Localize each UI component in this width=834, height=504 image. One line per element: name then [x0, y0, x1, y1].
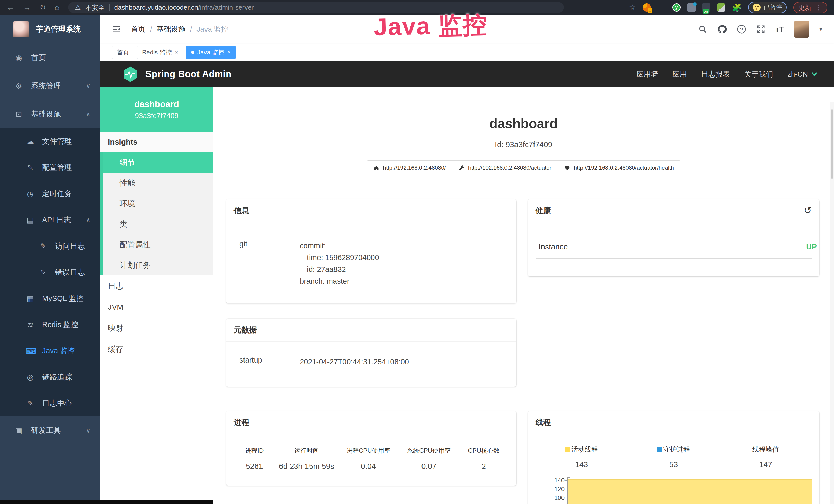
close-icon[interactable]: × [175, 49, 178, 56]
sidebar-item-devtools[interactable]: ▣ 研发工具 ∨ [0, 416, 100, 445]
home-icon[interactable]: ⌂ [55, 4, 59, 11]
sba-menu-config-props[interactable]: 配置属性 [103, 234, 213, 255]
breadcrumb-separator: / [190, 25, 192, 33]
sba-menu-details[interactable]: 细节 [103, 152, 213, 173]
metadata-card-header: 元数据 [226, 319, 516, 342]
user-menu-caret-icon[interactable]: ▾ [819, 26, 822, 32]
extension-icon-orange[interactable]: 1 [643, 3, 651, 12]
page-url[interactable]: dashboard.yudao.iocoder.cn/infra/admin-s… [114, 4, 254, 12]
github-icon[interactable] [717, 25, 727, 34]
info-card-body: git commit: time: 1596289704000 id: 27aa… [226, 222, 516, 296]
sidebar-item-tracing[interactable]: ◎ 链路追踪 [0, 364, 100, 390]
sidebar-item-access-log[interactable]: ✎ 访问日志 [0, 233, 100, 259]
log-edit-icon: ✎ [39, 268, 48, 277]
card-title: 进程 [234, 417, 249, 428]
sba-menu-caches[interactable]: 缓存 [100, 339, 213, 360]
security-warning-icon[interactable]: ⚠ [75, 4, 81, 12]
scrollbar-thumb[interactable] [831, 109, 833, 179]
health-url-chip[interactable]: http://192.168.0.2:48080/actuator/health [557, 160, 680, 175]
sidebar-item-label: 文件管理 [42, 136, 72, 146]
sidebar-item-log-center[interactable]: ✎ 日志中心 [0, 390, 100, 416]
blue-swatch-icon [657, 447, 662, 452]
process-uptime-column: 运行时间 6d 23h 15m 59s [275, 446, 338, 471]
sidebar-item-java[interactable]: ⌨ Java 监控 [0, 338, 100, 364]
sba-locale-select[interactable]: zh-CN [788, 70, 817, 78]
tab-label: 首页 [117, 48, 129, 56]
bottom-edge-strip [0, 500, 213, 504]
sidebar-collapse-icon[interactable] [112, 25, 121, 34]
extension-icon-plant[interactable] [717, 3, 725, 12]
sba-nav-journal[interactable]: 日志报表 [701, 69, 730, 79]
sidebar-item-infra[interactable]: ⊡ 基础设施 ∧ [0, 100, 100, 129]
search-icon[interactable] [698, 25, 707, 33]
close-icon[interactable]: × [227, 49, 231, 56]
update-browser-button[interactable]: 更新 ⋮ [793, 2, 827, 13]
user-avatar[interactable] [794, 21, 809, 38]
extension-icon-grid[interactable] [687, 3, 696, 12]
extension-icon-drop[interactable] [658, 3, 666, 12]
sidebar-item-home[interactable]: ◉ 首页 [0, 44, 100, 72]
instance-header[interactable]: dashboard 93a3fc7f7409 [100, 87, 213, 132]
forward-icon[interactable]: → [23, 4, 31, 11]
monitor-icon: ⊡ [14, 110, 23, 119]
sidebar-item-mysql[interactable]: ▦ MySQL 监控 [0, 285, 100, 312]
sba-brand-title[interactable]: Spring Boot Admin [146, 69, 232, 79]
back-icon[interactable]: ← [7, 4, 14, 11]
browser-menu-icon[interactable]: ⋮ [815, 4, 822, 12]
sba-menu-classes[interactable]: 类 [103, 214, 213, 234]
sba-nav-wallboard[interactable]: 应用墙 [636, 69, 658, 79]
navbar-actions: ? тT ▾ [698, 21, 822, 38]
breadcrumb-current: Java 监控 [197, 24, 228, 34]
scrollbar[interactable] [830, 102, 834, 504]
tab-redis-monitor[interactable]: Redis 监控 × [137, 46, 183, 59]
sba-menu-jvm[interactable]: JVM [100, 297, 213, 318]
sidebar-item-system[interactable]: ⚙ 系统管理 ∨ [0, 72, 100, 100]
sba-menu-logs[interactable]: 日志 [100, 275, 213, 297]
legend-value: 147 [720, 460, 812, 469]
fullscreen-icon[interactable] [756, 25, 765, 33]
sba-nav-applications[interactable]: 应用 [673, 69, 687, 79]
health-card-header: 健康 ↺ [528, 199, 819, 222]
infra-submenu: ☁ 文件管理 ✎ 配置管理 ◷ 定时任务 ▤ API 日志 ∧ [0, 129, 100, 416]
breadcrumb-home[interactable]: 首页 [131, 24, 146, 34]
bookmark-star-icon[interactable]: ☆ [629, 4, 636, 11]
tab-java-monitor[interactable]: Java 监控 × [186, 46, 236, 59]
address-bar[interactable]: ⚠ 不安全 dashboard.yudao.iocoder.cn/infra/a… [68, 2, 564, 13]
sba-menu-metrics[interactable]: 性能 [103, 173, 213, 193]
sidebar-item-api-log[interactable]: ▤ API 日志 ∧ [0, 207, 100, 233]
url-path: /infra/admin-server [198, 4, 254, 11]
sba-menu-mappings[interactable]: 映射 [100, 318, 213, 339]
service-url-chip[interactable]: http://192.168.0.2:48080/ [367, 160, 452, 175]
sba-menu-scheduled-tasks[interactable]: 计划任务 [103, 255, 213, 275]
sidebar-item-config[interactable]: ✎ 配置管理 [0, 155, 100, 181]
sba-content: dashboard Id: 93a3fc7f7409 http://192.16… [213, 87, 834, 504]
extensions-puzzle-icon[interactable]: 🧩 [732, 3, 742, 12]
sba-nav-about[interactable]: 关于我们 [744, 69, 773, 79]
sidebar-item-label: 定时任务 [42, 189, 72, 199]
spring-boot-admin: Spring Boot Admin 应用墙 应用 日志报表 关于我们 zh-CN [100, 61, 834, 504]
threads-card: 线程 活动线程 143 守护进程 [528, 411, 819, 504]
sba-logo-icon[interactable] [123, 66, 138, 83]
sidebar-item-jobs[interactable]: ◷ 定时任务 [0, 181, 100, 207]
tab-home[interactable]: 首页 [112, 46, 134, 59]
extension-icon-on[interactable] [702, 3, 710, 12]
sidebar-item-files[interactable]: ☁ 文件管理 [0, 129, 100, 155]
sidebar-item-error-log[interactable]: ✎ 错误日志 [0, 259, 100, 285]
actuator-url-chip[interactable]: http://192.168.0.2:48080/actuator [452, 160, 558, 175]
sba-menu-environment[interactable]: 环境 [103, 193, 213, 214]
extension-badge: 1 [648, 8, 652, 13]
help-icon[interactable]: ? [737, 25, 746, 34]
breadcrumb-section[interactable]: 基础设施 [157, 24, 185, 34]
paused-profile-chip[interactable]: 已暂停 [748, 2, 787, 13]
sba-sidebar: dashboard 93a3fc7f7409 Insights 细节 性能 环境… [100, 87, 213, 504]
instance-links: http://192.168.0.2:48080/ http://192.168… [213, 160, 834, 175]
history-icon[interactable]: ↺ [804, 205, 812, 216]
app-logo[interactable]: 芋道管理系统 [0, 15, 100, 44]
reload-icon[interactable]: ↻ [40, 4, 46, 11]
sidebar-item-redis[interactable]: ≋ Redis 监控 [0, 312, 100, 338]
sidebar-item-label: 配置管理 [42, 162, 72, 173]
font-size-icon[interactable]: тT [775, 25, 784, 33]
instance-id-line: Id: 93a3fc7f7409 [213, 140, 834, 149]
extension-icon-green[interactable]: y [673, 3, 681, 12]
health-row[interactable]: Instance UP [528, 222, 819, 251]
